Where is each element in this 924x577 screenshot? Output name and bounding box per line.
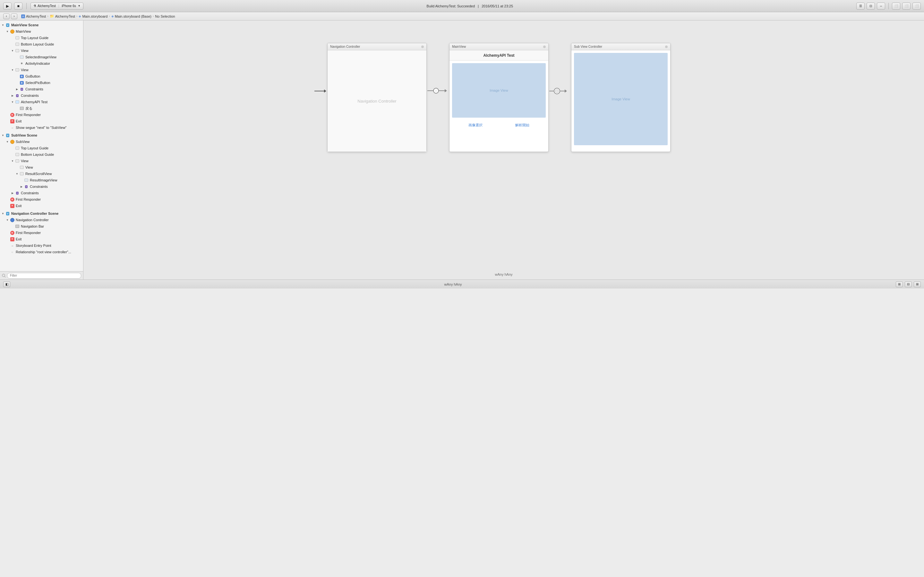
tree-subview-view[interactable]: View [0, 158, 83, 164]
utilities-button[interactable]: ⬜ [913, 3, 921, 10]
tree-first-responder-3[interactable]: R First Responder [0, 229, 83, 236]
tree-segue-1[interactable]: → Show segue "next" to "SubView" [0, 124, 83, 131]
zoom-out-button[interactable]: ⊟ [905, 282, 912, 287]
tree-exit-1[interactable]: ✕ Exit [0, 118, 83, 124]
tree-subview[interactable]: SubView [0, 139, 83, 145]
tree-first-responder-1[interactable]: R First Responder [0, 111, 83, 118]
arrow-main-to-sub [549, 88, 567, 94]
mainview-image-view: Image View [452, 63, 546, 118]
toolbar-separator-1 [26, 3, 27, 9]
segue-circle-2 [554, 88, 560, 94]
tree-navigation-controller[interactable]: Navigation Controller [0, 217, 83, 223]
tree-resultscrollview[interactable]: ResultScrollView [0, 171, 83, 177]
build-status-area: Build AlchemyTest: Succeeded | 2016/05/1… [86, 4, 854, 8]
editor-assistant-button[interactable]: ⊡ [867, 3, 875, 10]
tree-constraints-2[interactable]: ≡ Constraints [0, 92, 83, 99]
scene-nav-controller[interactable]: V Navigation Controller Scene [0, 210, 83, 217]
tree-view-1[interactable]: View [0, 47, 83, 54]
subview-image-view: Image View [574, 53, 668, 145]
nav-controller-frame-header: Navigation Controller [328, 43, 426, 50]
subview-frame-header: Sub View Controller [572, 43, 670, 50]
scheme-selector[interactable]: ⚗ AlchemyTest | iPhone 6s ▼ [31, 3, 83, 10]
svg-line-1 [5, 276, 5, 277]
debug-button[interactable]: ⬜ [902, 3, 911, 10]
breadcrumb-main-storyboard[interactable]: ◈ Main.storyboard [79, 15, 107, 18]
entry-arrow [314, 89, 326, 93]
segue-circle-1: ○ [433, 88, 439, 93]
canvas-inner: Navigation Controller Navigation Control… [311, 33, 696, 258]
tree-relationship[interactable]: ○ Relationship "root view controller"... [0, 249, 83, 255]
zoom-in-button[interactable]: ⊞ [914, 282, 921, 287]
tree-alchemyapi-test[interactable]: AlchemyAPI Test [0, 99, 83, 105]
scene-mainview-arrow[interactable] [1, 22, 5, 28]
scene-subview[interactable]: V SubView Scene [0, 132, 83, 139]
filter-input[interactable] [7, 273, 81, 279]
breadcrumb: ‹ › A AlchemyTest › 📁 AlchemyTest › ◈ Ma… [0, 12, 924, 21]
subview-frame[interactable]: Sub View Controller Image View [571, 43, 670, 152]
build-status-text: Build AlchemyTest: Succeeded | 2016/05/1… [427, 4, 513, 8]
editor-version-button[interactable]: ↔ [877, 3, 885, 10]
tree-constraints-4[interactable]: ≡ Constraints [0, 190, 83, 196]
tree-constraints-1[interactable]: ≡ Constraints [0, 86, 83, 92]
tree-gobutton[interactable]: B GoButton [0, 73, 83, 79]
mainview-btn-analyze[interactable]: 解析開始 [515, 123, 529, 127]
tree-navigation-bar[interactable]: Navigation Bar [0, 223, 83, 229]
toolbar: ▶ ■ ⚗ AlchemyTest | iPhone 6s ▼ Build Al… [0, 0, 924, 12]
mainview-icon [10, 29, 15, 34]
tree-resultimageview[interactable]: ResultImageView [0, 177, 83, 183]
statusbar: ◧ wAny hAny ⊞ ⊟ ⊞ [0, 279, 924, 288]
mainview-arrow[interactable] [5, 28, 10, 35]
toolbar-right: ☰ ⊡ ↔ ⬜ ⬜ ⬜ [856, 3, 921, 10]
main-content: V MainView Scene MainView Top Layout Gui… [0, 21, 924, 279]
forward-button[interactable]: › [11, 13, 17, 19]
sidebar-toggle-button[interactable]: ◧ [3, 282, 10, 287]
breadcrumb-alchemytest-folder[interactable]: 📁 AlchemyTest [50, 14, 75, 18]
editor-standard-button[interactable]: ☰ [856, 3, 865, 10]
tree-modoru[interactable]: 戻る [0, 105, 83, 111]
back-button[interactable]: ‹ [3, 13, 10, 19]
statusbar-right: ⊞ ⊟ ⊞ [896, 282, 921, 287]
tree-mainview[interactable]: MainView [0, 28, 83, 35]
navigator-button[interactable]: ⬜ [892, 3, 900, 10]
tree-constraints-3[interactable]: ≡ Constraints [0, 183, 83, 190]
scene-mainview-icon: V [5, 23, 10, 27]
scene-mainview[interactable]: V MainView Scene [0, 22, 83, 28]
canvas-area[interactable]: Navigation Controller Navigation Control… [83, 21, 924, 279]
statusbar-left: ◧ [3, 282, 10, 287]
tree-top-layout-guide-2[interactable]: Top Layout Guide [0, 145, 83, 151]
mainview-frame[interactable]: MainView AlchemyAPI Test Image View 画像選択… [449, 43, 549, 152]
canvas-size-label: wAny hAny [495, 272, 512, 276]
mainview-frame-header: MainView [449, 43, 548, 50]
nav-controller-body: Navigation Controller [328, 50, 426, 152]
run-button[interactable]: ▶ [3, 3, 11, 10]
mainview-buttons: 画像選択 解析開始 [449, 120, 548, 130]
nav-controller-frame[interactable]: Navigation Controller Navigation Control… [327, 43, 427, 152]
tree-top-layout-guide-1[interactable]: Top Layout Guide [0, 35, 83, 41]
tree-subview-view-inner[interactable]: View [0, 164, 83, 171]
tree-activityindicator[interactable]: ✳ ActivityIndicator [0, 60, 83, 67]
breadcrumb-alchemytest-proj[interactable]: A AlchemyTest [21, 15, 46, 18]
statusbar-center: wAny hAny [444, 282, 462, 286]
mainview-btn-select[interactable]: 画像選択 [468, 123, 483, 127]
arrow-nav-to-main: ○ [427, 88, 447, 93]
sidebar: V MainView Scene MainView Top Layout Gui… [0, 21, 83, 279]
mainview-navbar: AlchemyAPI Test [449, 50, 548, 61]
tree-exit-3[interactable]: ✕ Exit [0, 236, 83, 242]
tree-selectpicbutton[interactable]: B SelectPicButton [0, 79, 83, 86]
zoom-fit-button[interactable]: ⊞ [896, 282, 903, 287]
svg-point-0 [2, 274, 5, 277]
toolbar-separator-2 [888, 3, 889, 9]
breadcrumb-main-storyboard-base[interactable]: ◈ Main.storyboard (Base) [111, 15, 152, 18]
tree-storyboard-entry[interactable]: → Storyboard Entry Point [0, 242, 83, 249]
stop-button[interactable]: ■ [14, 3, 23, 10]
tree-bottom-layout-guide-2[interactable]: Bottom Layout Guide [0, 151, 83, 158]
breadcrumb-no-selection: No Selection [155, 15, 175, 18]
sidebar-tree: V MainView Scene MainView Top Layout Gui… [0, 21, 83, 271]
tree-exit-2[interactable]: ✕ Exit [0, 203, 83, 209]
tree-selectedimageview[interactable]: SelectedImageView [0, 54, 83, 60]
tree-first-responder-2[interactable]: R First Responder [0, 196, 83, 203]
tree-bottom-layout-guide-1[interactable]: Bottom Layout Guide [0, 41, 83, 47]
app-icon: ⚗ [33, 4, 36, 8]
sidebar-filter-bar [0, 271, 83, 279]
tree-view-2[interactable]: View [0, 67, 83, 73]
